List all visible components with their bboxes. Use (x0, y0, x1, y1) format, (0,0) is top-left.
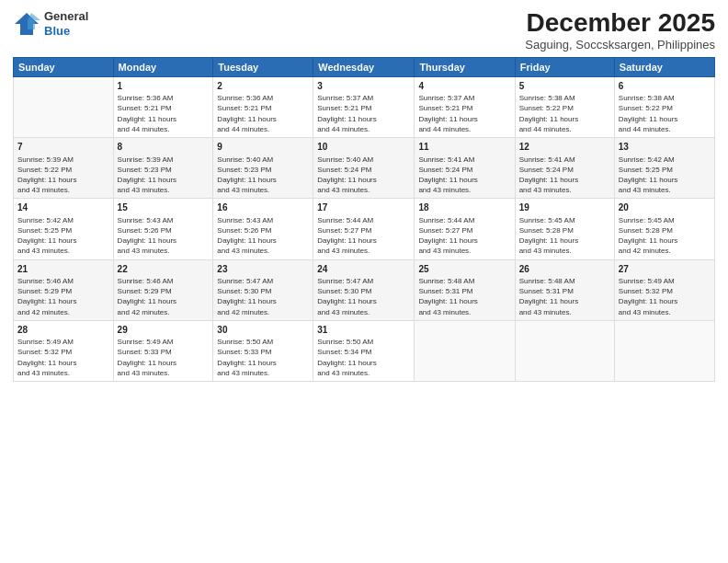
calendar-cell: 21Sunrise: 5:46 AM Sunset: 5:29 PM Dayli… (14, 259, 114, 320)
calendar-cell: 31Sunrise: 5:50 AM Sunset: 5:34 PM Dayli… (313, 320, 415, 381)
day-info: Sunrise: 5:45 AM Sunset: 5:28 PM Dayligh… (619, 215, 711, 257)
day-info: Sunrise: 5:47 AM Sunset: 5:30 PM Dayligh… (317, 276, 410, 317)
calendar-cell: 29Sunrise: 5:49 AM Sunset: 5:33 PM Dayli… (113, 320, 213, 381)
logo-general: General (44, 9, 88, 24)
day-info: Sunrise: 5:39 AM Sunset: 5:22 PM Dayligh… (17, 155, 109, 196)
day-info: Sunrise: 5:48 AM Sunset: 5:31 PM Dayligh… (418, 276, 510, 317)
svg-marker-1 (28, 13, 40, 29)
week-row-5: 28Sunrise: 5:49 AM Sunset: 5:32 PM Dayli… (14, 320, 715, 381)
day-number: 28 (17, 324, 109, 337)
day-info: Sunrise: 5:49 AM Sunset: 5:32 PM Dayligh… (17, 337, 109, 378)
day-number: 27 (619, 263, 711, 276)
day-number: 13 (619, 141, 711, 154)
calendar-cell: 15Sunrise: 5:43 AM Sunset: 5:26 PM Dayli… (113, 199, 213, 259)
calendar-cell: 28Sunrise: 5:49 AM Sunset: 5:32 PM Dayli… (14, 320, 114, 381)
month-title: December 2025 (525, 9, 715, 38)
calendar-cell: 24Sunrise: 5:47 AM Sunset: 5:30 PM Dayli… (313, 259, 415, 320)
page-header: General Blue December 2025 Saguing, Socc… (13, 9, 715, 52)
week-row-3: 14Sunrise: 5:42 AM Sunset: 5:25 PM Dayli… (14, 199, 715, 259)
calendar-cell: 25Sunrise: 5:48 AM Sunset: 5:31 PM Dayli… (415, 259, 515, 320)
day-number: 4 (418, 80, 510, 93)
calendar-cell (415, 320, 515, 381)
week-row-1: 1Sunrise: 5:36 AM Sunset: 5:21 PM Daylig… (14, 76, 715, 137)
calendar-cell (515, 320, 614, 381)
calendar-cell: 8Sunrise: 5:39 AM Sunset: 5:23 PM Daylig… (113, 138, 213, 199)
day-info: Sunrise: 5:49 AM Sunset: 5:32 PM Dayligh… (619, 276, 711, 317)
calendar-page: General Blue December 2025 Saguing, Socc… (0, 0, 728, 563)
day-number: 16 (217, 201, 309, 214)
calendar-cell: 11Sunrise: 5:41 AM Sunset: 5:24 PM Dayli… (415, 138, 515, 199)
week-row-2: 7Sunrise: 5:39 AM Sunset: 5:22 PM Daylig… (14, 138, 715, 199)
day-info: Sunrise: 5:36 AM Sunset: 5:21 PM Dayligh… (217, 93, 309, 134)
weekday-header-saturday: Saturday (614, 57, 714, 76)
day-number: 30 (217, 324, 309, 337)
day-info: Sunrise: 5:36 AM Sunset: 5:21 PM Dayligh… (118, 93, 210, 134)
day-number: 23 (217, 263, 309, 276)
weekday-header-wednesday: Wednesday (313, 57, 415, 76)
calendar-cell: 1Sunrise: 5:36 AM Sunset: 5:21 PM Daylig… (113, 76, 213, 137)
day-number: 26 (519, 263, 610, 276)
day-number: 5 (519, 80, 610, 93)
day-info: Sunrise: 5:39 AM Sunset: 5:23 PM Dayligh… (118, 155, 210, 196)
day-number: 3 (317, 80, 410, 93)
calendar-cell: 13Sunrise: 5:42 AM Sunset: 5:25 PM Dayli… (614, 138, 714, 199)
day-info: Sunrise: 5:46 AM Sunset: 5:29 PM Dayligh… (118, 276, 210, 317)
day-info: Sunrise: 5:40 AM Sunset: 5:23 PM Dayligh… (217, 155, 309, 196)
week-row-4: 21Sunrise: 5:46 AM Sunset: 5:29 PM Dayli… (14, 259, 715, 320)
weekday-header-tuesday: Tuesday (213, 57, 313, 76)
day-number: 6 (619, 80, 711, 93)
day-info: Sunrise: 5:42 AM Sunset: 5:25 PM Dayligh… (17, 215, 109, 257)
day-number: 12 (519, 141, 610, 154)
day-info: Sunrise: 5:50 AM Sunset: 5:33 PM Dayligh… (217, 337, 309, 378)
day-info: Sunrise: 5:44 AM Sunset: 5:27 PM Dayligh… (418, 215, 510, 257)
day-number: 7 (17, 141, 109, 154)
logo: General Blue (13, 9, 88, 38)
calendar-cell: 19Sunrise: 5:45 AM Sunset: 5:28 PM Dayli… (515, 199, 614, 259)
day-info: Sunrise: 5:37 AM Sunset: 5:21 PM Dayligh… (418, 93, 510, 134)
logo-icon (13, 11, 40, 37)
day-number: 25 (418, 263, 510, 276)
calendar-cell: 3Sunrise: 5:37 AM Sunset: 5:21 PM Daylig… (313, 76, 415, 137)
calendar-cell: 30Sunrise: 5:50 AM Sunset: 5:33 PM Dayli… (213, 320, 313, 381)
day-info: Sunrise: 5:48 AM Sunset: 5:31 PM Dayligh… (519, 276, 610, 317)
calendar-cell: 26Sunrise: 5:48 AM Sunset: 5:31 PM Dayli… (515, 259, 614, 320)
location-subtitle: Saguing, Soccsksargen, Philippines (525, 38, 715, 52)
day-number: 11 (418, 141, 510, 154)
day-info: Sunrise: 5:43 AM Sunset: 5:26 PM Dayligh… (118, 215, 210, 257)
calendar-table: SundayMondayTuesdayWednesdayThursdayFrid… (13, 57, 715, 382)
day-number: 21 (17, 263, 109, 276)
calendar-cell: 5Sunrise: 5:38 AM Sunset: 5:22 PM Daylig… (515, 76, 614, 137)
day-info: Sunrise: 5:50 AM Sunset: 5:34 PM Dayligh… (317, 337, 410, 378)
calendar-cell: 18Sunrise: 5:44 AM Sunset: 5:27 PM Dayli… (415, 199, 515, 259)
day-number: 31 (317, 324, 410, 337)
day-info: Sunrise: 5:44 AM Sunset: 5:27 PM Dayligh… (317, 215, 410, 257)
day-number: 1 (118, 80, 210, 93)
calendar-cell: 7Sunrise: 5:39 AM Sunset: 5:22 PM Daylig… (14, 138, 114, 199)
calendar-cell: 20Sunrise: 5:45 AM Sunset: 5:28 PM Dayli… (614, 199, 714, 259)
day-number: 14 (17, 201, 109, 214)
calendar-cell: 12Sunrise: 5:41 AM Sunset: 5:24 PM Dayli… (515, 138, 614, 199)
day-number: 2 (217, 80, 309, 93)
day-info: Sunrise: 5:49 AM Sunset: 5:33 PM Dayligh… (118, 337, 210, 378)
weekday-header-thursday: Thursday (415, 57, 515, 76)
calendar-cell: 22Sunrise: 5:46 AM Sunset: 5:29 PM Dayli… (113, 259, 213, 320)
weekday-header-friday: Friday (515, 57, 614, 76)
day-info: Sunrise: 5:46 AM Sunset: 5:29 PM Dayligh… (17, 276, 109, 317)
calendar-cell: 4Sunrise: 5:37 AM Sunset: 5:21 PM Daylig… (415, 76, 515, 137)
day-number: 15 (118, 201, 210, 214)
calendar-cell: 6Sunrise: 5:38 AM Sunset: 5:22 PM Daylig… (614, 76, 714, 137)
day-info: Sunrise: 5:41 AM Sunset: 5:24 PM Dayligh… (418, 155, 510, 196)
calendar-cell: 23Sunrise: 5:47 AM Sunset: 5:30 PM Dayli… (213, 259, 313, 320)
day-info: Sunrise: 5:41 AM Sunset: 5:24 PM Dayligh… (519, 155, 610, 196)
logo-blue: Blue (44, 24, 88, 39)
calendar-cell: 9Sunrise: 5:40 AM Sunset: 5:23 PM Daylig… (213, 138, 313, 199)
day-info: Sunrise: 5:38 AM Sunset: 5:22 PM Dayligh… (519, 93, 610, 134)
calendar-cell (14, 76, 114, 137)
calendar-cell: 17Sunrise: 5:44 AM Sunset: 5:27 PM Dayli… (313, 199, 415, 259)
day-info: Sunrise: 5:45 AM Sunset: 5:28 PM Dayligh… (519, 215, 610, 257)
day-number: 20 (619, 201, 711, 214)
calendar-cell: 10Sunrise: 5:40 AM Sunset: 5:24 PM Dayli… (313, 138, 415, 199)
logo-text: General Blue (44, 9, 88, 38)
weekday-header-sunday: Sunday (14, 57, 114, 76)
weekday-header-row: SundayMondayTuesdayWednesdayThursdayFrid… (14, 57, 715, 76)
